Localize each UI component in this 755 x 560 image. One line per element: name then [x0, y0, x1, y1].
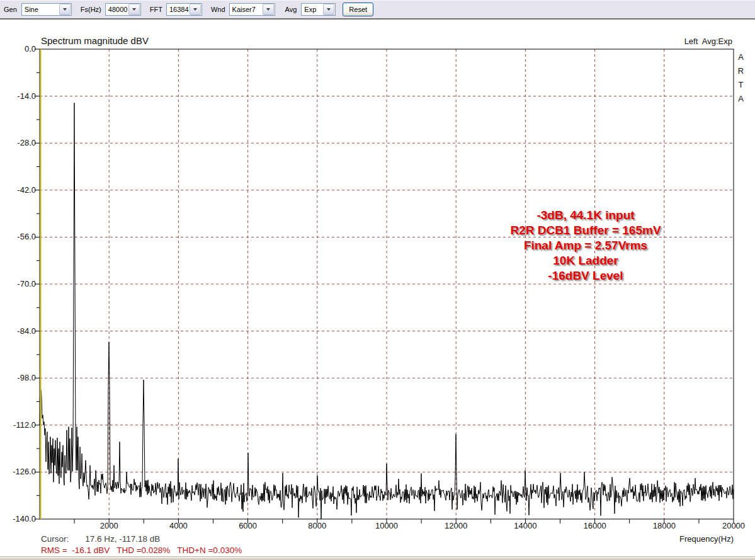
window-bottom-edge	[0, 556, 755, 560]
cursor-value: 17.6 Hz, -117.18 dB	[85, 534, 160, 544]
y-tick-label: -112.0	[0, 420, 36, 430]
annotation-text: -3dB, 44.1K inputR2R DCB1 Buffer = 165mV…	[480, 208, 691, 283]
y-tick-label: -56.0	[0, 232, 36, 241]
y-tick-label: -84.0	[0, 326, 36, 336]
x-tick-label: 6000	[226, 521, 270, 530]
measurement-readout: RMS = -16.1 dBV THD =0.028% THD+N =0.030…	[41, 546, 242, 555]
cursor-label: Cursor:	[41, 534, 69, 544]
y-tick-label: 0.0	[0, 44, 36, 54]
y-tick-label: -70.0	[0, 279, 36, 289]
y-tick-label: -14.0	[0, 91, 36, 101]
annotation-line: -3dB, 44.1K input	[480, 208, 691, 223]
x-tick-label: 12000	[434, 521, 478, 530]
y-tick-label: -28.0	[0, 138, 36, 147]
y-tick-label: -98.0	[0, 373, 36, 382]
annotation-line: Final Amp = 2.57Vrms	[480, 238, 691, 253]
x-tick-label: 8000	[295, 521, 339, 530]
y-tick-label: -126.0	[0, 467, 36, 476]
y-tick-label: -140.0	[0, 514, 36, 523]
annotation-line: -16dBV Level	[480, 268, 691, 283]
x-axis-title: Frequency(Hz)	[679, 534, 734, 544]
y-tick-label: -42.0	[0, 185, 36, 195]
x-tick-label: 2000	[87, 521, 131, 530]
arta-brand-label: ARTA	[737, 52, 745, 108]
annotation-line: 10K Ladder	[480, 253, 691, 268]
x-tick-label: 4000	[156, 521, 200, 530]
channel-average-label: Left Avg:Exp	[684, 37, 732, 46]
x-tick-label: 16000	[573, 521, 617, 530]
x-tick-label: 14000	[503, 521, 547, 530]
arta-window: Gen Sine Fs(Hz) 48000 FFT 16384 Wnd Kais…	[0, 0, 755, 560]
annotation-line: R2R DCB1 Buffer = 165mV	[480, 223, 691, 238]
cursor-readout: Cursor:17.6 Hz, -117.18 dB	[41, 534, 160, 544]
x-tick-label: 20000	[712, 521, 755, 530]
x-tick-label: 18000	[642, 521, 686, 530]
x-tick-label: 10000	[365, 521, 409, 530]
plot-title: Spectrum magnitude dBV	[41, 35, 149, 46]
